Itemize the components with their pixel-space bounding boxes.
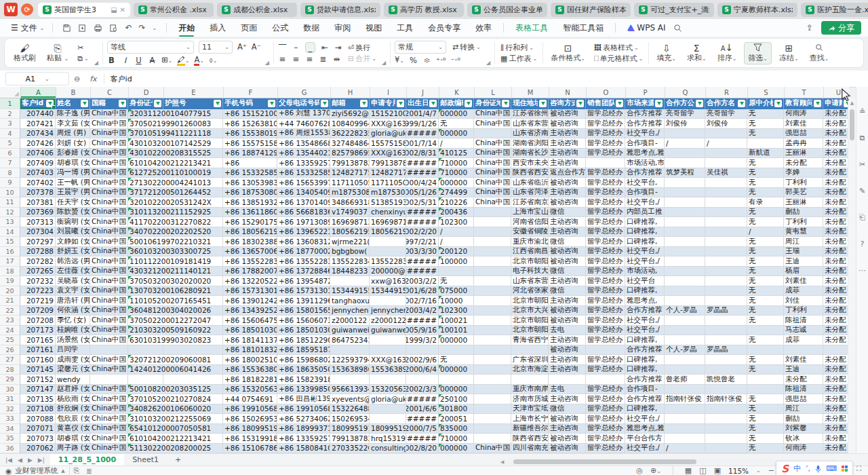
cell[interactable]: 合作方推荐 — [625, 306, 665, 316]
cell[interactable]: 内部员工推 — [625, 208, 665, 218]
header-cell[interactable]: 身份证号 — [128, 98, 163, 109]
cell[interactable] — [474, 217, 511, 227]
cell[interactable]: +86 周煜155380 — [277, 129, 330, 139]
cell[interactable]: China中国 — [90, 306, 128, 316]
filter-dropdown-icon[interactable] — [576, 100, 584, 107]
cell[interactable]: 桂婉唯 (女 — [56, 326, 90, 336]
cell[interactable]: 主动咨询 — [549, 188, 586, 198]
cell[interactable]: 无 — [747, 217, 784, 227]
tab-table-tools[interactable]: 表格工具 — [508, 20, 555, 37]
cell[interactable]: 207088 — [20, 414, 56, 424]
cell[interactable]: 169698712 — [370, 217, 406, 227]
cell[interactable]: 胡睿琪 (女 — [56, 158, 90, 168]
cell[interactable]: 被动咨询 — [549, 306, 586, 316]
sum-button[interactable]: Σ 求和⌄ — [684, 43, 710, 64]
cell[interactable]: 刘晨曦 (女 — [56, 227, 90, 238]
page-layout-icon[interactable]: ◫ — [699, 466, 706, 475]
row-number[interactable]: 3 — [0, 119, 20, 129]
cell[interactable]: 上海市长宁 — [511, 414, 549, 424]
cell[interactable]: 被动咨询 — [549, 119, 586, 129]
file-tab[interactable]: S国任财产保险样本.x — [551, 3, 631, 17]
cell[interactable]: 彭睿婧 (女 — [56, 149, 90, 159]
cell[interactable]: 无 — [747, 296, 784, 306]
filter-dropdown-icon[interactable] — [429, 100, 437, 107]
decrease-font-icon[interactable]: A⁻ — [252, 42, 261, 52]
file-tab[interactable]: S医护五险一金.xlsx — [801, 3, 868, 17]
cell[interactable]: 000000 — [439, 178, 474, 188]
cell[interactable]: 未分配 — [823, 227, 849, 238]
cell[interactable]: 200120 — [439, 247, 474, 257]
cell[interactable]: 000000 — [439, 365, 474, 375]
cell[interactable]: 济南市历城 — [511, 394, 549, 404]
cell[interactable]: 2000/4/24 — [406, 178, 439, 188]
cell[interactable] — [747, 345, 784, 356]
cell[interactable]: 430103200107142529 — [128, 138, 163, 149]
row-number[interactable]: 11 — [0, 197, 20, 208]
header-cell[interactable]: 教育顾问 — [784, 98, 823, 109]
cell[interactable]: 2002/8/31 — [406, 149, 439, 159]
cell[interactable] — [705, 188, 747, 198]
search-icon[interactable] — [673, 24, 682, 33]
cell-options-icon[interactable]: ⊖ — [74, 75, 80, 83]
cell[interactable]: 合作方推荐 — [625, 345, 665, 356]
cell[interactable] — [665, 286, 705, 297]
header-cell[interactable]: 身份证地 — [474, 98, 511, 109]
filter-dropdown-icon[interactable] — [154, 100, 161, 107]
cell[interactable]: 153449155 — [370, 286, 406, 297]
thousands-icon[interactable]: ፨ — [422, 56, 431, 65]
cell[interactable]: +86 17882007 — [223, 267, 277, 277]
cell[interactable]: 社交平台,/ — [625, 326, 665, 336]
worksheet-button[interactable]: ▦工作表⌄ — [499, 54, 538, 63]
increase-indent-icon[interactable]: ⇥ — [334, 43, 342, 52]
cell[interactable]: China中国 — [90, 256, 128, 267]
cell[interactable]: +86 1850103098 — [277, 326, 330, 336]
cell[interactable]: 210226 — [439, 197, 474, 208]
cell[interactable]: China中国 — [474, 188, 511, 198]
cell[interactable]: 100021 — [439, 316, 474, 326]
cell[interactable] — [705, 208, 747, 218]
header-cell[interactable]: 现住地址 — [511, 98, 549, 109]
cell[interactable]: +86 18182281 — [223, 375, 277, 385]
column-letter-D[interactable]: D — [129, 87, 164, 98]
cell[interactable]: 重庆市南岸 — [511, 385, 549, 395]
cell[interactable]: +86 13657006 — [223, 247, 277, 257]
cell[interactable]: 王一帆 (男 — [56, 178, 90, 188]
cell[interactable]: XXX@163. — [370, 149, 406, 159]
cell[interactable]: 唐浩轩 (男 — [56, 296, 90, 306]
cell[interactable]: gloria@uk — [370, 394, 406, 404]
cell[interactable]: 王迪 — [784, 365, 823, 375]
cell[interactable]: China中国 — [90, 227, 128, 238]
cell[interactable]: 271302200004241013 — [128, 178, 163, 188]
row-number[interactable]: 15 — [0, 237, 20, 247]
cell[interactable]: 124827175 — [330, 168, 370, 178]
cell[interactable]: 青海省西宁 — [511, 335, 549, 345]
cell[interactable]: 个人-罗晶 — [665, 345, 705, 356]
cell[interactable]: 被动咨询 — [549, 256, 586, 267]
cell[interactable]: ######## — [406, 168, 439, 178]
cell[interactable] — [474, 375, 511, 385]
cell[interactable] — [330, 276, 370, 286]
cell[interactable]: 无 — [747, 424, 784, 434]
cell[interactable] — [705, 197, 747, 208]
profile-pane-icon[interactable]: ≗ — [859, 107, 865, 116]
cell[interactable]: +86 1360831276 — [277, 237, 330, 247]
cell[interactable]: 留学总经办 — [586, 267, 625, 277]
cell[interactable]: 合作方推荐 — [625, 119, 665, 129]
underline-button[interactable]: U — [134, 56, 143, 65]
cell[interactable]: 000000 — [439, 129, 474, 139]
cell[interactable]: ziyi5692@q — [330, 109, 370, 119]
number-expander-icon[interactable]: ◢ — [486, 60, 490, 66]
cell[interactable]: 2001/4/7 — [406, 109, 439, 119]
cell[interactable]: 150269534 — [330, 414, 370, 424]
cell[interactable]: 留学总经办 — [586, 256, 625, 267]
cell[interactable]: 1999/3/2 — [406, 335, 439, 345]
cell[interactable]: 留学总经办 — [586, 168, 625, 178]
cell[interactable]: +86 1863505000 — [277, 365, 330, 375]
cell[interactable]: ######## — [406, 267, 439, 277]
cell[interactable]: 000000 — [439, 385, 474, 395]
filter-dropdown-icon[interactable] — [465, 100, 472, 107]
cell[interactable]: xxw@163.c — [370, 276, 406, 286]
cell[interactable]: jennychen — [330, 306, 370, 316]
cell[interactable]: 2003/4/2 — [406, 306, 439, 316]
row-number[interactable]: 32 — [0, 404, 20, 415]
